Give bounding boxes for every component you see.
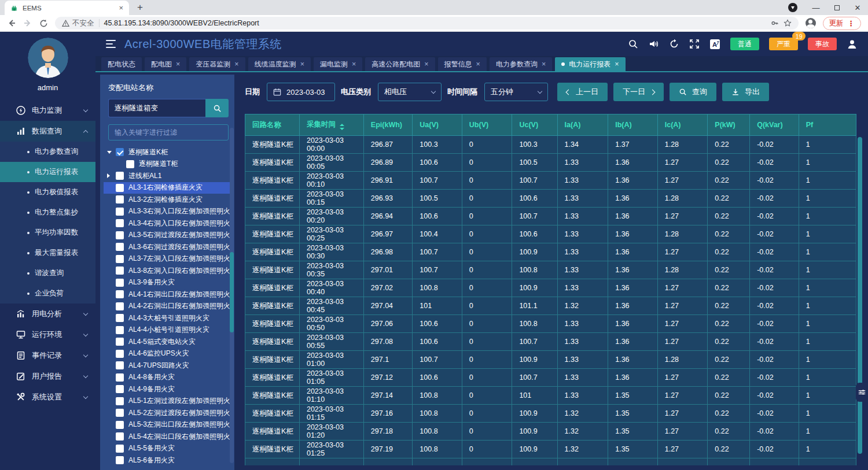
- address-bar[interactable]: 不安全 45.81.195.134:8090/3000WEBV2/Electri…: [55, 17, 799, 29]
- prev-day-button[interactable]: 上一日: [557, 83, 608, 101]
- bookmark-star-icon[interactable]: [784, 19, 792, 27]
- tree-checkbox[interactable]: [116, 409, 124, 417]
- back-icon[interactable]: [7, 18, 16, 28]
- sort-icon[interactable]: [340, 124, 344, 130]
- tree-node[interactable]: AL3-8左洞入口段右侧加强照明火灾: [104, 265, 231, 277]
- tab-close-icon[interactable]: ×: [176, 61, 180, 68]
- tree-checkbox[interactable]: [116, 184, 124, 192]
- tree-checkbox[interactable]: [116, 361, 124, 369]
- sidebar-item-事件记录[interactable]: 事件记录: [0, 345, 95, 366]
- tree-node[interactable]: 逐桐隧道K柜: [104, 146, 231, 158]
- table-row[interactable]: 逐桐隧道K柜2023-03-03 00:25296.97100.40100.61…: [245, 225, 856, 243]
- tree-scrollbar[interactable]: [230, 128, 234, 463]
- tree-checkbox[interactable]: [116, 432, 124, 441]
- tab-close-icon[interactable]: ×: [119, 4, 123, 12]
- tree-checkbox[interactable]: [116, 279, 124, 287]
- table-row[interactable]: 逐桐隧道K柜2023-03-03 00:20296.94100.60100.71…: [245, 208, 856, 225]
- table-row[interactable]: 逐桐隧道K柜2023-03-03 00:35297.01100.70100.81…: [245, 261, 856, 279]
- table-row[interactable]: 逐桐隧道K柜2023-03-03 01:00297.1100.70100.91.…: [245, 351, 856, 369]
- tree-checkbox[interactable]: [116, 350, 124, 358]
- tree-checkbox[interactable]: [116, 231, 124, 239]
- date-picker[interactable]: 2023-03-03: [267, 83, 335, 101]
- tree-checkbox[interactable]: [116, 219, 124, 227]
- browser-profile-avatar[interactable]: [806, 18, 816, 28]
- station-search-input[interactable]: [108, 99, 205, 117]
- tree-checkbox[interactable]: [116, 255, 124, 263]
- tree-checkbox[interactable]: [126, 160, 134, 168]
- workspace-tab[interactable]: 电力参数查询×: [490, 57, 552, 71]
- workspace-tab[interactable]: 配电图×: [145, 57, 186, 71]
- tree-checkbox[interactable]: [116, 208, 124, 216]
- tree-checkbox[interactable]: [116, 456, 124, 464]
- tree-checkbox[interactable]: [116, 385, 124, 393]
- tree-node[interactable]: AL4-2右洞出口段右侧加强照明火灾: [104, 301, 231, 313]
- tree-node[interactable]: AL4-6监控UPS火灾: [104, 348, 231, 360]
- next-day-button[interactable]: 下一日: [613, 83, 664, 101]
- alarm-badge-3[interactable]: 事故: [808, 38, 837, 50]
- tree-checkbox[interactable]: [116, 243, 124, 251]
- tab-close-icon[interactable]: ×: [542, 61, 546, 68]
- tree-node[interactable]: AL4-4小桩号引道照明火灾: [104, 324, 231, 336]
- fullscreen-icon[interactable]: [689, 39, 700, 49]
- tab-close-icon[interactable]: ×: [352, 61, 356, 68]
- workspace-tab[interactable]: 高速公路配电图×: [365, 57, 435, 71]
- tree-node[interactable]: AL5-1左洞过渡段左侧加强照明火灾: [104, 395, 231, 408]
- tree-node[interactable]: AL4-1右洞出口段左侧加强照明火灾: [104, 288, 231, 301]
- browser-tab[interactable]: EEMS ×: [5, 1, 129, 15]
- submenu-item-平均功率因数[interactable]: 平均功率因数: [0, 223, 95, 243]
- tree-node[interactable]: AL5-6备用火灾: [104, 454, 231, 464]
- tree-node[interactable]: AL3-7左洞入口段左侧加强照明火灾: [104, 253, 231, 265]
- table-row[interactable]: 逐桐隧道K柜2023-03-03 00:30296.98100.70100.91…: [245, 243, 856, 261]
- tree-scrollbar-thumb[interactable]: [230, 252, 234, 332]
- tree-node[interactable]: AL3-2左洞检修插座火灾: [104, 194, 231, 206]
- export-button[interactable]: 导出: [722, 83, 769, 101]
- workspace-tab[interactable]: 配电状态: [101, 57, 142, 71]
- download-status-icon[interactable]: [788, 3, 797, 12]
- submenu-item-电力极值报表[interactable]: 电力极值报表: [0, 182, 95, 202]
- tree-checkbox[interactable]: [116, 290, 124, 298]
- tab-close-icon[interactable]: ×: [424, 61, 428, 68]
- tree-node[interactable]: AL4-7UPS回路火灾: [104, 360, 231, 372]
- tree-checkbox[interactable]: [116, 195, 124, 203]
- sidebar-item-用户报告[interactable]: 用户报告: [0, 366, 95, 387]
- user-avatar[interactable]: [28, 38, 68, 78]
- query-button[interactable]: 查询: [670, 83, 716, 101]
- tree-filter-input[interactable]: [108, 124, 229, 140]
- voltage-type-select[interactable]: 相电压: [378, 83, 442, 101]
- new-tab-button[interactable]: +: [137, 2, 143, 13]
- tree-node[interactable]: AL5-2左洞过渡段右侧加强照明火灾: [104, 407, 231, 419]
- submenu-item-谐波查询[interactable]: 谐波查询: [0, 263, 95, 283]
- tree-node[interactable]: AL5-5备用火灾: [104, 443, 231, 455]
- alarm-badge-2[interactable]: 严重19: [769, 38, 798, 50]
- table-row[interactable]: 逐桐隧道K柜2023-03-03 00:15296.93100.50100.61…: [245, 190, 856, 208]
- tab-close-icon[interactable]: ×: [300, 61, 304, 68]
- tree-node[interactable]: AL3-6右洞过渡段右侧加强照明火灾: [104, 241, 231, 253]
- table-row[interactable]: 逐桐隧道K柜2023-03-03 01:15297.16100.80100.91…: [245, 405, 856, 423]
- menu-collapse-icon[interactable]: [106, 40, 116, 49]
- tree-node[interactable]: AL4-3大桩号引道照明火灾: [104, 312, 231, 324]
- tree-checkbox[interactable]: [116, 397, 124, 405]
- expander-open-icon[interactable]: [107, 151, 116, 154]
- tree-checkbox[interactable]: [116, 302, 124, 310]
- submenu-item-电力整点集抄[interactable]: 电力整点集抄: [0, 202, 95, 223]
- tree-checkbox[interactable]: [116, 338, 124, 346]
- tree-node[interactable]: AL5-4左洞出口段右侧加强照明火灾: [104, 431, 231, 443]
- table-row[interactable]: 逐桐隧道K柜2023-03-03 01:20297.18100.80100.91…: [245, 423, 856, 441]
- table-row[interactable]: 逐桐隧道K柜2023-03-03 01:25297.19100.80100.91…: [245, 441, 856, 458]
- reload-icon[interactable]: [39, 19, 48, 28]
- tab-close-icon[interactable]: ×: [234, 61, 238, 68]
- submenu-item-最大需量报表[interactable]: 最大需量报表: [0, 243, 95, 263]
- table-scrollbar-thumb[interactable]: [858, 137, 862, 454]
- submenu-item-企业负荷[interactable]: 企业负荷: [0, 283, 95, 304]
- workspace-tab[interactable]: 变压器监测×: [189, 57, 245, 71]
- table-row[interactable]: 逐桐隧道K柜2023-03-03 01:10297.14100.801011.3…: [245, 387, 856, 405]
- tree-node[interactable]: AL3-9备用火灾: [104, 277, 231, 289]
- tree-checkbox[interactable]: [116, 314, 124, 322]
- tree-node[interactable]: AL3-5右洞过渡段左侧加强照明火灾: [104, 230, 231, 242]
- tab-close-icon[interactable]: ×: [476, 61, 480, 68]
- translate-icon[interactable]: A: [709, 39, 720, 50]
- tree-checkbox[interactable]: [116, 172, 124, 180]
- workspace-tab[interactable]: 报警信息×: [438, 57, 487, 71]
- password-key-icon[interactable]: [771, 19, 779, 27]
- alarm-badge-1[interactable]: 普通: [730, 38, 759, 50]
